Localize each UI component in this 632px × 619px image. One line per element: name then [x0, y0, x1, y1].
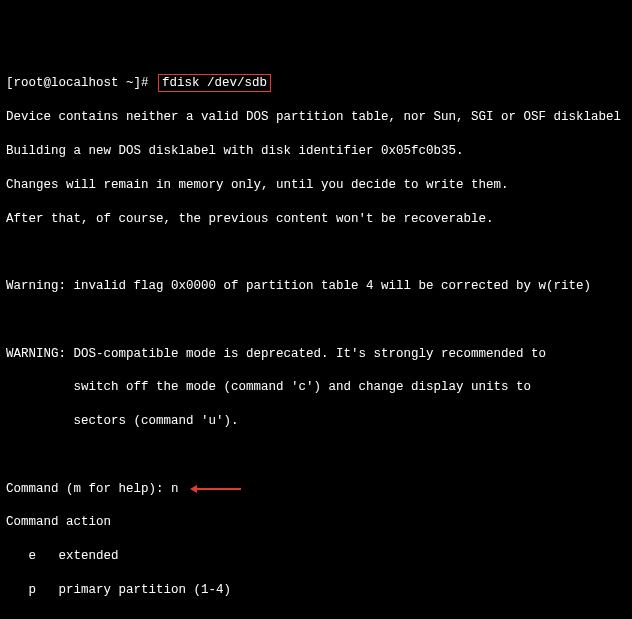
shell-prompt: [root@localhost ~]# [6, 76, 156, 90]
prompt-line-1: [root@localhost ~]# fdisk /dev/sdb [6, 74, 626, 93]
fdisk-command-box: fdisk /dev/sdb [158, 74, 271, 93]
blank [6, 244, 626, 261]
command-prompt-label: Command (m for help): [6, 482, 171, 496]
action-extended: e extended [6, 548, 626, 565]
command-prompt-n: Command (m for help): n [6, 481, 626, 498]
output-building: Building a new DOS disklabel with disk i… [6, 143, 626, 160]
blank [6, 447, 626, 464]
user-input-n[interactable]: n [171, 482, 179, 496]
warning-dos-1: WARNING: DOS-compatible mode is deprecat… [6, 346, 626, 363]
command-action-header: Command action [6, 514, 626, 531]
warning-dos-3: sectors (command 'u'). [6, 413, 626, 430]
arrow-annotation-icon [196, 488, 241, 490]
action-primary: p primary partition (1-4) [6, 582, 626, 599]
warning-dos-2: switch off the mode (command 'c') and ch… [6, 379, 626, 396]
blank [6, 312, 626, 329]
user-input-p-choice[interactable]: p [6, 616, 626, 620]
warning-invalid-flag: Warning: invalid flag 0x0000 of partitio… [6, 278, 626, 295]
output-nodostable: Device contains neither a valid DOS part… [6, 109, 626, 126]
output-memory: Changes will remain in memory only, unti… [6, 177, 626, 194]
output-after: After that, of course, the previous cont… [6, 211, 626, 228]
